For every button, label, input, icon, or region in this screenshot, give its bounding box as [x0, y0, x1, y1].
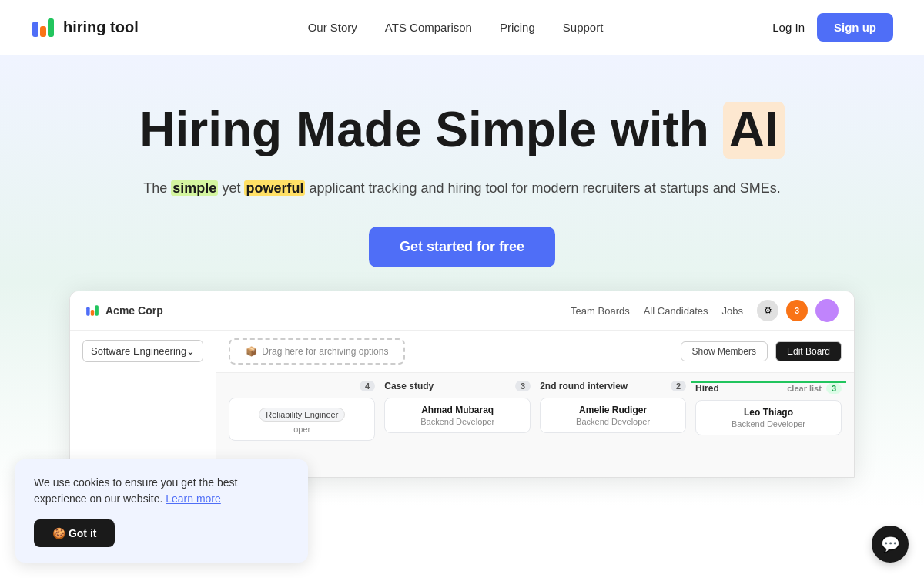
- edit-board-button[interactable]: Edit Board: [775, 341, 842, 361]
- nav-links: Our Story ATS Comparison Pricing Support: [308, 21, 604, 34]
- signup-button[interactable]: Sign up: [817, 13, 893, 42]
- notification-icon: 3: [786, 300, 808, 321]
- kanban-card-ahmad: Ahmad Mubaraq Backend Developer: [384, 398, 531, 433]
- hired-header-right: clear list 3: [787, 383, 842, 394]
- col-header-2nd-round: 2nd round interview 2: [540, 381, 686, 391]
- col-title-2nd-round: 2nd round interview: [540, 381, 628, 391]
- card-name-ahmad: Ahmad Mubaraq: [393, 405, 522, 415]
- app-company-name: Acme Corp: [105, 304, 163, 317]
- svg-rect-1: [40, 26, 46, 37]
- navbar: hiring tool Our Story ATS Comparison Pri…: [0, 0, 924, 55]
- nav-our-story[interactable]: Our Story: [308, 21, 357, 34]
- svg-rect-5: [95, 306, 99, 317]
- svg-rect-4: [91, 310, 95, 316]
- kanban-topbar: 📦 Drag here for archiving options Show M…: [216, 331, 854, 373]
- chevron-down-icon: ⌄: [186, 345, 195, 357]
- archive-icon: 📦: [246, 346, 257, 357]
- kanban-area: 📦 Drag here for archiving options Show M…: [216, 331, 854, 477]
- card-role-amelie: Backend Developer: [548, 417, 678, 426]
- board-selector-label: Software Engineering: [91, 345, 186, 357]
- col-count-first: 4: [360, 381, 375, 391]
- highlight-simple: simple: [171, 180, 218, 196]
- col-title-case-study: Case study: [384, 381, 434, 391]
- subtitle-middle: yet: [222, 180, 244, 196]
- app-nav-jobs: Jobs: [722, 305, 743, 317]
- app-nav-all-candidates: All Candidates: [644, 305, 708, 317]
- kanban-col-case-study: Case study 3 Ahmad Mubaraq Backend Devel…: [380, 381, 535, 477]
- cta-button[interactable]: Get started for free: [369, 227, 555, 267]
- svg-rect-3: [86, 307, 90, 316]
- hero-section: Hiring Made Simple with AI The simple ye…: [0, 55, 924, 509]
- logo[interactable]: hiring tool: [31, 15, 139, 40]
- chat-icon: 💬: [881, 535, 900, 553]
- col-title-hired: Hired: [695, 383, 719, 394]
- app-logo-icon: [85, 304, 99, 318]
- subtitle-suffix: applicant tracking and hiring tool for m…: [309, 180, 780, 196]
- hero-ai-highlight: AI: [723, 102, 785, 159]
- drag-zone: 📦 Drag here for archiving options: [229, 338, 405, 365]
- hero-subtitle: The simple yet powerful applicant tracki…: [31, 177, 893, 200]
- logo-text: hiring tool: [63, 18, 139, 36]
- app-logo-area: Acme Corp: [85, 304, 163, 318]
- col-header-hired: Hired clear list 3: [695, 383, 842, 394]
- app-nav-team-boards: Team Boards: [571, 305, 630, 317]
- app-screenshot: Acme Corp Team Boards All Candidates Job…: [69, 291, 855, 478]
- login-button[interactable]: Log In: [772, 21, 805, 34]
- nav-actions: Log In Sign up: [772, 13, 893, 42]
- col-header-first: 4: [229, 381, 375, 391]
- nav-ats-comparison[interactable]: ATS Comparison: [385, 21, 472, 34]
- subtitle-prefix: The: [143, 180, 167, 196]
- app-topbar: Acme Corp Team Boards All Candidates Job…: [70, 291, 854, 331]
- card-role-leo: Backend Developer: [704, 419, 833, 428]
- col-count-hired: 3: [826, 383, 842, 394]
- kanban-buttons: Show Members Edit Board: [681, 341, 842, 361]
- svg-rect-2: [48, 18, 54, 37]
- hero-title: Hiring Made Simple with AI: [31, 102, 893, 159]
- nav-support[interactable]: Support: [563, 21, 604, 34]
- kanban-card: Reliability Engineer oper: [229, 398, 375, 441]
- cookie-learn-more[interactable]: Learn more: [166, 492, 221, 505]
- kanban-card-leo: Leo Thiago Backend Developer: [695, 400, 842, 435]
- col-count-2nd-round: 2: [671, 381, 686, 391]
- app-content: Software Engineering ⌄ 📦 Drag here for a…: [70, 331, 854, 477]
- kanban-col-2nd-round: 2nd round interview 2 Amelie Rudiger Bac…: [535, 381, 691, 477]
- hero-title-start: Hiring Made Simple with: [139, 102, 709, 157]
- app-sidebar: Software Engineering ⌄: [70, 331, 216, 477]
- nav-pricing[interactable]: Pricing: [500, 21, 535, 34]
- drag-text: Drag here for archiving options: [262, 346, 388, 357]
- card-name-amelie: Amelie Rudiger: [548, 405, 678, 415]
- chat-bubble[interactable]: 💬: [872, 526, 909, 563]
- kanban-col-hired: Hired clear list 3 Leo Thiago Backend De…: [691, 381, 846, 477]
- logo-icon: [31, 15, 55, 40]
- kanban-columns: 4 Reliability Engineer oper Case study 3: [216, 373, 854, 477]
- app-nav-items: Team Boards All Candidates Jobs ⚙ 3: [194, 299, 839, 322]
- card-role-partial: oper: [237, 425, 367, 434]
- col-header-case-study: Case study 3: [384, 381, 531, 391]
- kanban-card-amelie: Amelie Rudiger Backend Developer: [540, 398, 686, 433]
- cookie-banner: We use cookies to ensure you get the bes…: [15, 459, 308, 563]
- highlight-powerful: powerful: [244, 180, 305, 196]
- app-icons: ⚙ 3: [757, 299, 839, 322]
- board-selector[interactable]: Software Engineering ⌄: [82, 340, 203, 362]
- col-count-case-study: 3: [515, 381, 531, 391]
- show-members-button[interactable]: Show Members: [681, 341, 768, 361]
- cookie-text: We use cookies to ensure you get the bes…: [34, 475, 290, 507]
- cookie-got-it-button[interactable]: 🍪 Got it: [34, 519, 115, 547]
- card-name-leo: Leo Thiago: [704, 407, 833, 418]
- clear-list-label[interactable]: clear list: [787, 384, 822, 393]
- svg-rect-0: [32, 22, 38, 37]
- card-role-ahmad: Backend Developer: [393, 417, 522, 426]
- settings-icon: ⚙: [757, 300, 778, 321]
- badge-tag: Reliability Engineer: [259, 408, 345, 422]
- user-avatar: [815, 299, 839, 322]
